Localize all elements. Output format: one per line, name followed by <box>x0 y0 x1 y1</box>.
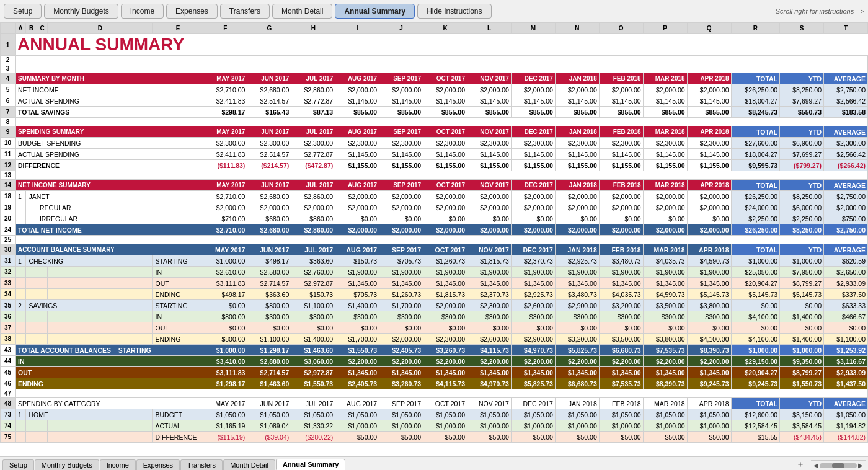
tab-setup[interactable]: Setup <box>2 459 34 470</box>
col-a: A <box>16 23 26 34</box>
col-b: B <box>26 23 37 34</box>
checking-starting-row: 31 1 CHECKING STARTING $1,000.00 $498.17… <box>1 255 868 267</box>
tab-expenses[interactable]: Expenses <box>136 459 180 470</box>
col-o: O <box>599 23 643 34</box>
annual-summary-button[interactable]: Annual Summary <box>335 4 415 19</box>
account-balance-header-row: 30 ACCOUNT BALANCE SUMMARY MAY 2017 JUN … <box>1 244 868 255</box>
spending-by-category-header-row: 48 SPENDING BY CATEGORY MAY 2017 JUN 201… <box>1 398 868 409</box>
col-d: D <box>48 23 153 34</box>
col-t: T <box>824 23 868 34</box>
tab-annual-summary[interactable]: Annual Summary <box>276 459 345 470</box>
home-budget-row: 73 1 HOME BUDGET $1,050.00 $1,050.00 $1,… <box>1 409 868 420</box>
monthly-budgets-button[interactable]: Monthly Budgets <box>44 4 118 19</box>
total-account-out-row: 45 OUT $3,111.83 $2,714.57 $2,972.87 $1,… <box>1 367 868 378</box>
title-row: 1 ANNUAL SUMMARY <box>1 34 868 56</box>
col-p: P <box>643 23 687 34</box>
col-r: R <box>731 23 780 34</box>
summary-by-month-label: SUMMARY BY MONTH <box>16 73 203 84</box>
actual-spending-row2: 11 ACTUAL SPENDING $2,411.83 $2,514.57 $… <box>1 149 868 160</box>
savings-out-row: 37 OUT $0.00 $0.00 $0.00 $0.00 $0.00 $0.… <box>1 322 868 334</box>
toolbar: Setup Monthly Budgets Income Expenses Tr… <box>0 0 868 22</box>
total-account-ending-row: 46 ENDING $1,298.17 $1,463.60 $1,550.73 … <box>1 378 868 389</box>
income-button[interactable]: Income <box>121 4 164 19</box>
home-actual-row: 74 ACTUAL $1,165.19 $1,089.04 $1,330.22 … <box>1 420 868 432</box>
checking-out-row: 33 OUT $3,111.83 $2,714.57 $2,972.87 $1,… <box>1 278 868 289</box>
col-f: F <box>203 23 247 34</box>
total-account-starting-row: 43 TOTAL ACCOUNT BALANCES STARTING $1,00… <box>1 345 868 356</box>
summary-by-month-header-row: 4 SUMMARY BY MONTH MAY 2017 JUN 2017 JUL… <box>1 73 868 84</box>
tab-transfers[interactable]: Transfers <box>180 459 223 470</box>
net-income-row: 5 NET INCOME $2,710.00 $2,680.00 $2,860.… <box>1 84 868 95</box>
difference-row: 12 DIFFERENCE ($111.83) ($214.57) ($472.… <box>1 160 868 171</box>
bottom-bar: Setup Monthly Budgets Income Expenses Tr… <box>0 456 868 470</box>
corner-cell <box>1 23 16 34</box>
tab-monthly-budgets[interactable]: Monthly Budgets <box>35 459 99 470</box>
budget-spending-row: 10 BUDGET SPENDING $2,300.00 $2,300.00 $… <box>1 138 868 149</box>
col-j: J <box>379 23 423 34</box>
col-k: K <box>423 23 467 34</box>
checking-ending-row: 34 ENDING $498.17 $363.60 $150.73 $705.7… <box>1 289 868 300</box>
total-savings-row: 7 TOTAL SAVINGS $298.17 $165.43 $87.13 $… <box>1 107 868 118</box>
regular-row: 19 REGULAR $2,000.00 $2,000.00 $2,000.00… <box>1 202 868 213</box>
total-account-in-row: 44 IN $3,410.00 $2,880.00 $3,060.00 $2,2… <box>1 356 868 367</box>
transfers-button[interactable]: Transfers <box>220 4 270 19</box>
tab-bar: Setup Monthly Budgets Income Expenses Tr… <box>0 456 868 470</box>
checking-in-row: 32 IN $2,610.00 $2,580.00 $2,760.00 $1,9… <box>1 267 868 278</box>
savings-starting-row: 35 2 SAVINGS STARTING $0.00 $800.00 $1,1… <box>1 300 868 311</box>
hide-instructions-button[interactable]: Hide Instructions <box>417 4 491 19</box>
spending-summary-header-row: 9 SPENDING SUMMARY MAY 2017 JUN 2017 JUL… <box>1 126 868 138</box>
setup-button[interactable]: Setup <box>4 4 42 19</box>
actual-spending-row1: 6 ACTUAL SPENDING $2,411.83 $2,514.57 $2… <box>1 95 868 107</box>
col-c: C <box>37 23 47 34</box>
tab-month-detail[interactable]: Month Detail <box>223 459 275 470</box>
col-n: N <box>555 23 599 34</box>
col-i: I <box>335 23 379 34</box>
net-income-summary-header-row: 14 NET INCOME SUMMARY MAY 2017 JUN 2017 … <box>1 180 868 191</box>
col-l: L <box>467 23 511 34</box>
expenses-button[interactable]: Expenses <box>166 4 218 19</box>
col-s: S <box>780 23 824 34</box>
home-difference-row: 75 DIFFERENCE ($115.19) ($39.04) ($280.2… <box>1 432 868 443</box>
tab-income[interactable]: Income <box>100 459 136 470</box>
col-g: G <box>247 23 291 34</box>
horizontal-scroll[interactable]: ◀ ▶ <box>811 460 866 470</box>
col-e: E <box>153 23 203 34</box>
scroll-hint: Scroll right for instructions --> <box>776 7 864 15</box>
total-net-income-row: 24 TOTAL NET INCOME $2,710.00 $2,680.00 … <box>1 224 868 236</box>
spreadsheet-table: A B C D E F G H I J K L M N O P Q R S T <box>0 22 868 443</box>
month-detail-button[interactable]: Month Detail <box>272 4 332 19</box>
col-m: M <box>511 23 555 34</box>
add-sheet-button[interactable]: ＋ <box>792 459 808 470</box>
col-h: H <box>291 23 335 34</box>
savings-ending-row: 38 ENDING $800.00 $1,100.00 $1,400.00 $1… <box>1 334 868 345</box>
janet-row: 18 1 JANET $2,710.00 $2,680.00 $2,860.00… <box>1 191 868 202</box>
page-title: ANNUAL SUMMARY <box>16 34 203 56</box>
irregular-row: 20 IRREGULAR $710.00 $680.00 $860.00 $0.… <box>1 213 868 224</box>
sheet-area: A B C D E F G H I J K L M N O P Q R S T <box>0 22 868 456</box>
savings-in-row: 36 IN $800.00 $300.00 $300.00 $300.00 $3… <box>1 311 868 322</box>
col-q: Q <box>687 23 731 34</box>
